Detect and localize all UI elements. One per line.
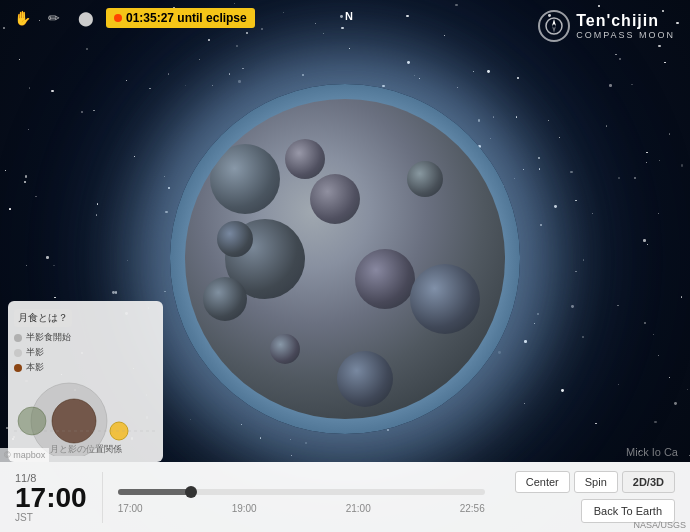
legend-dot-1: [14, 334, 22, 342]
moon-glow: [170, 84, 520, 434]
timeline-label-1: 17:00: [118, 503, 143, 514]
eclipse-diagram: 半影食開始 半影 本影: [14, 331, 157, 441]
bottom-panel: 11/8 17:00 JST 17:00 19:00 21:00 22:56 C…: [0, 462, 690, 532]
timeline-labels: 17:00 19:00 21:00 22:56: [118, 503, 485, 514]
timeline-scrubber[interactable]: [185, 486, 197, 498]
logo-sub: COMPASS MOON: [576, 30, 675, 41]
timeline-bar[interactable]: [118, 489, 485, 495]
timezone: JST: [15, 512, 87, 523]
view-buttons: Center Spin 2D/3D: [515, 471, 675, 493]
timeline-section: 17:00 19:00 21:00 22:56: [103, 481, 500, 514]
mapbox-credit: © mapbox: [0, 448, 49, 462]
compass-icon: [545, 17, 563, 35]
svg-point-4: [52, 399, 96, 443]
logo-text: Ten'chijin COMPASS MOON: [576, 11, 675, 41]
timer-dot: [114, 14, 122, 22]
moon-container: [170, 84, 520, 434]
timeline-label-2: 19:00: [232, 503, 257, 514]
legend-dot-2: [14, 349, 22, 357]
app: N ✋ ✏ ⬤ 01:35:27 until eclipse Ten'chiji…: [0, 0, 690, 532]
timeline-label-4: 22:56: [460, 503, 485, 514]
legend-penumbra: 半影: [14, 346, 157, 359]
svg-marker-1: [552, 19, 556, 26]
circle-tool[interactable]: ⬤: [74, 6, 98, 30]
logo-icon: [538, 10, 570, 42]
svg-marker-2: [552, 26, 556, 33]
legend-penumbra-start: 半影食開始: [14, 331, 157, 344]
time-display: 17:00: [15, 484, 87, 512]
eclipse-panel: 月食とは？ 半影食開始 半影 本影: [8, 301, 163, 462]
eclipse-timer: 01:35:27 until eclipse: [106, 8, 255, 28]
spin-button[interactable]: Spin: [574, 471, 618, 493]
center-button[interactable]: Center: [515, 471, 570, 493]
time-section: 11/8 17:00 JST: [0, 472, 103, 523]
watermark: Mick Io Ca: [626, 446, 678, 458]
hand-tool[interactable]: ✋: [10, 6, 34, 30]
logo-brand: Ten'chijin: [576, 11, 675, 30]
timeline-label-3: 21:00: [346, 503, 371, 514]
eclipse-help-label[interactable]: 月食とは？: [14, 309, 72, 327]
nasa-credit: NASA/USGS: [629, 518, 690, 532]
right-controls: Center Spin 2D/3D Back To Earth: [500, 471, 690, 523]
logo: Ten'chijin COMPASS MOON: [538, 10, 675, 42]
legend-umbra: 本影: [14, 361, 157, 374]
legend-dot-3: [14, 364, 22, 372]
moon-surface: [185, 99, 505, 419]
view-2d3d-button[interactable]: 2D/3D: [622, 471, 675, 493]
timer-text: 01:35:27 until eclipse: [126, 11, 247, 25]
pencil-tool[interactable]: ✏: [42, 6, 66, 30]
timeline-progress: [118, 489, 191, 495]
eclipse-diagram-svg: [14, 376, 157, 456]
